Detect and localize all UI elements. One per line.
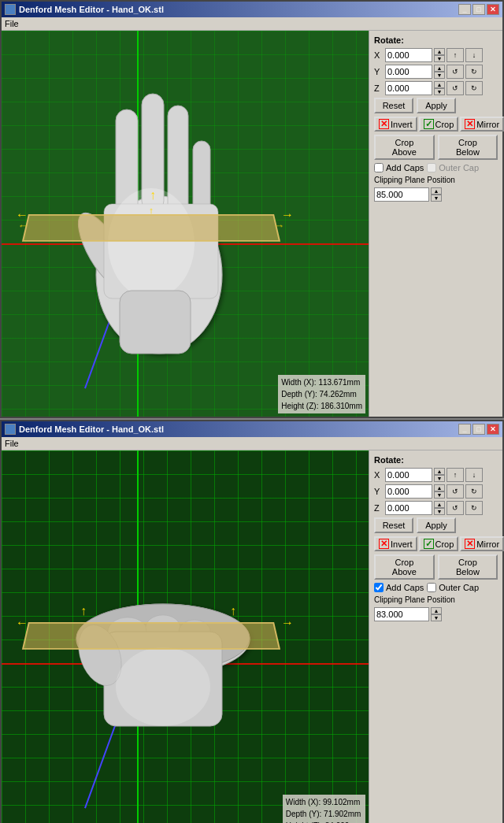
close-button-2[interactable]: ✕ <box>487 424 499 435</box>
clipping-spin-up-2[interactable]: ▲ <box>431 607 442 614</box>
clipping-input-2[interactable] <box>374 607 429 621</box>
y-spin-down-2[interactable]: ▼ <box>434 491 445 499</box>
title-bar-2: Denford Mesh Editor - Hand_OK.stl _ □ ✕ <box>2 421 502 437</box>
z-spin-down-2[interactable]: ▼ <box>434 508 445 515</box>
close-button-1[interactable]: ✕ <box>487 4 499 15</box>
viewport-1[interactable]: ← → ↑ ← → ↑ Width (X): 113.671mm Depth (… <box>2 31 369 417</box>
title-buttons-2: _ □ ✕ <box>458 424 499 435</box>
outer-cap-label-1[interactable]: Outer Cap <box>427 163 479 172</box>
y-spin-up-2[interactable]: ▲ <box>434 484 445 491</box>
clipping-plane-2 <box>22 622 280 650</box>
title-bar-left-2: Denford Mesh Editor - Hand_OK.stl <box>5 424 164 435</box>
maximize-button-2[interactable]: □ <box>472 424 485 435</box>
checkboxes-row-2: Add Caps Outer Cap <box>374 583 498 592</box>
menu-bar-1: File <box>2 17 502 31</box>
y-spin-down-1[interactable]: ▼ <box>434 72 445 79</box>
menu-file-2[interactable]: File <box>5 439 19 448</box>
clipping-input-1[interactable] <box>374 187 429 202</box>
top-left-arrow-2[interactable]: ↑ <box>80 604 87 618</box>
crop-tag-1[interactable]: ✓ Crop <box>419 117 459 132</box>
left-arrow-1[interactable]: ← <box>16 208 28 222</box>
invert-tag-2[interactable]: ✕ Invert <box>374 536 417 551</box>
clipping-spin-down-2[interactable]: ▼ <box>431 614 442 621</box>
outer-cap-checkbox-2[interactable] <box>427 583 436 592</box>
left-arrow-2[interactable]: ← <box>16 616 28 630</box>
z-spin-up-2[interactable]: ▲ <box>434 501 445 508</box>
top-arrow-1[interactable]: ↑ <box>150 188 156 202</box>
z-spin-up-1[interactable]: ▲ <box>434 81 445 88</box>
title-bar-1: Denford Mesh Editor - Hand_OK.stl _ □ ✕ <box>2 2 502 17</box>
minimize-button-2[interactable]: _ <box>458 424 471 435</box>
x-input-2[interactable] <box>385 468 432 482</box>
add-caps-label-1[interactable]: Add Caps <box>374 163 424 172</box>
y-btn1-1[interactable]: ↺ <box>447 65 464 79</box>
tags-row-1: ✕ Invert ✓ Crop ✕ Mirror <box>374 117 498 132</box>
arrow-top-1[interactable]: ↑ <box>143 204 159 217</box>
x-btn1-2[interactable]: ↑ <box>447 468 464 482</box>
z-btn2-2[interactable]: ↻ <box>465 501 483 515</box>
add-caps-checkbox-2[interactable] <box>374 583 384 592</box>
clipping-input-row-1: ▲ ▼ <box>374 187 498 202</box>
x-btn2-1[interactable]: ↓ <box>465 48 483 62</box>
y-input-2[interactable] <box>385 484 432 499</box>
minimize-button-1[interactable]: _ <box>458 4 471 15</box>
x-spin-down-1[interactable]: ▼ <box>434 55 445 62</box>
reset-apply-row-1: Reset Apply <box>374 98 498 113</box>
z-btn1-2[interactable]: ↺ <box>447 501 464 515</box>
outer-cap-checkbox-1[interactable] <box>427 163 436 172</box>
z-label-1: Z <box>374 83 384 93</box>
top-right-arrow-2[interactable]: ↑ <box>230 604 236 618</box>
x-btn2-2[interactable]: ↓ <box>465 468 483 482</box>
viewport-2[interactable]: ← → ↑ ↑ Width (X): 99.102mm Depth (Y): 7… <box>2 450 369 823</box>
add-caps-text-1: Add Caps <box>386 163 424 172</box>
svg-point-16 <box>116 647 210 726</box>
clipping-label-2: Clipping Plane Position <box>374 595 455 604</box>
window-title-2: Denford Mesh Editor - Hand_OK.stl <box>19 424 164 434</box>
right-arrow-1[interactable]: → <box>281 208 294 222</box>
y-btn2-1[interactable]: ↻ <box>465 65 483 79</box>
crop-tag-2[interactable]: ✓ Crop <box>419 536 459 551</box>
clipping-spin-down-1[interactable]: ▼ <box>431 195 442 202</box>
rotate-row-z-1: Z ▲ ▼ ↺ ↻ <box>374 81 498 95</box>
crop-buttons-row-2: Crop Above Crop Below <box>374 554 498 580</box>
y-spin-up-1[interactable]: ▲ <box>434 65 445 72</box>
rotate-row-y-1: Y ▲ ▼ ↺ ↻ <box>374 65 498 79</box>
menu-file-1[interactable]: File <box>5 19 19 28</box>
y-label-1: Y <box>374 67 384 76</box>
y-btn1-2[interactable]: ↺ <box>447 484 464 499</box>
invert-label-2: Invert <box>391 539 413 549</box>
apply-button-1[interactable]: Apply <box>417 98 456 113</box>
add-caps-label-2[interactable]: Add Caps <box>374 583 424 592</box>
reset-button-2[interactable]: Reset <box>374 517 413 533</box>
z-spin-down-1[interactable]: ▼ <box>434 88 445 95</box>
z-input-1[interactable] <box>385 81 432 95</box>
maximize-button-1[interactable]: □ <box>472 4 485 15</box>
z-btn1-1[interactable]: ↺ <box>447 81 464 95</box>
mirror-tag-2[interactable]: ✕ Mirror <box>460 536 504 551</box>
crop-below-button-1[interactable]: Crop Below <box>438 135 498 160</box>
x-spin-down-2[interactable]: ▼ <box>434 475 445 482</box>
apply-button-2[interactable]: Apply <box>417 517 456 533</box>
crop-below-button-2[interactable]: Crop Below <box>438 554 498 580</box>
right-arrow-2[interactable]: → <box>281 616 294 630</box>
z-input-2[interactable] <box>385 501 432 515</box>
reset-apply-row-2: Reset Apply <box>374 517 498 533</box>
x-btn1-1[interactable]: ↑ <box>447 48 464 62</box>
add-caps-checkbox-1[interactable] <box>374 163 384 172</box>
reset-button-1[interactable]: Reset <box>374 98 413 113</box>
invert-tag-1[interactable]: ✕ Invert <box>374 117 417 132</box>
outer-cap-label-2[interactable]: Outer Cap <box>427 583 479 592</box>
dim-height-2: Height (Z): 84.000mm <box>286 820 362 823</box>
clipping-spin-up-1[interactable]: ▲ <box>431 187 442 195</box>
x-input-1[interactable] <box>385 48 432 62</box>
mirror-tag-1[interactable]: ✕ Mirror <box>460 117 504 132</box>
dim-depth-1: Depth (Y): 74.262mm <box>281 388 362 400</box>
x-spin-up-1[interactable]: ▲ <box>434 48 445 55</box>
z-btn2-1[interactable]: ↻ <box>465 81 483 95</box>
crop-above-button-2[interactable]: Crop Above <box>374 554 435 580</box>
y-input-1[interactable] <box>385 65 432 79</box>
y-btn2-2[interactable]: ↻ <box>465 484 483 499</box>
crop-above-button-1[interactable]: Crop Above <box>374 135 435 160</box>
rotate-label-1: Rotate: <box>374 35 498 45</box>
x-spin-up-2[interactable]: ▲ <box>434 468 445 475</box>
